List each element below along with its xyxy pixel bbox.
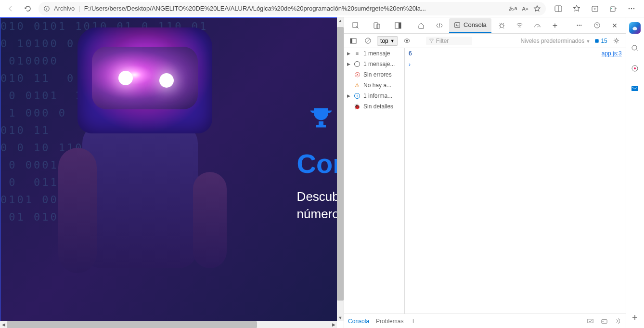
horizontal-scroll-thumb[interactable] <box>7 321 257 328</box>
console-source-link[interactable]: app.js:3 <box>602 50 622 57</box>
split-screen-icon[interactable] <box>552 2 565 15</box>
sidebar-no-warnings[interactable]: ⚠ No hay a... <box>344 80 404 91</box>
svg-point-28 <box>603 321 604 322</box>
scroll-down-arrow[interactable]: ▼ <box>337 315 344 321</box>
sidebar-info[interactable]: ▶ i 1 informa... <box>344 91 404 101</box>
console-log-value: 6 <box>409 50 412 57</box>
tab-elements[interactable] <box>431 18 448 33</box>
devtools-drawer-tabs: Consola Problemas <box>344 314 626 328</box>
inspect-icon[interactable] <box>347 18 364 33</box>
svg-point-4 <box>611 8 612 9</box>
drawer-add-icon[interactable] <box>410 318 416 324</box>
collections-icon[interactable] <box>588 2 602 15</box>
device-icon[interactable] <box>368 18 386 33</box>
svg-rect-33 <box>631 86 638 91</box>
translate-icon[interactable]: あa <box>509 5 517 12</box>
scroll-up-arrow[interactable]: ▲ <box>337 17 344 24</box>
svg-point-23 <box>406 40 408 42</box>
url-scheme: Archivo <box>54 5 75 12</box>
close-devtools-icon[interactable] <box>606 18 623 33</box>
browser-toolbar: Archivo | F:/Users/berse/Desktop/ANGELIT… <box>0 0 644 17</box>
refresh-button[interactable] <box>21 2 35 15</box>
tab-console[interactable]: Consola <box>449 18 491 33</box>
svg-point-15 <box>577 25 578 26</box>
filter-placeholder: Filter <box>436 38 449 44</box>
page-text-block: Cor Descub número <box>297 105 343 223</box>
sidebar-no-details[interactable]: 🐞 Sin detalles <box>344 101 404 112</box>
tab-add-icon[interactable] <box>547 18 563 33</box>
sidebar-user-messages[interactable]: ▶ 1 mensaje... <box>344 59 404 69</box>
address-bar[interactable]: Archivo | F:/Users/berse/Desktop/ANGELIT… <box>39 2 546 15</box>
more-icon[interactable] <box>625 2 638 15</box>
horizontal-scrollbar[interactable]: ◀ ▶ <box>0 321 337 328</box>
favorites-icon[interactable] <box>570 2 583 15</box>
svg-rect-3 <box>610 7 615 12</box>
edge-sidebar <box>626 17 644 328</box>
help-icon[interactable] <box>589 18 605 33</box>
sidebar-no-errors[interactable]: ⓧ Sin errores <box>344 69 404 80</box>
svg-rect-12 <box>399 23 401 28</box>
issues-badge[interactable]: 15 <box>594 38 607 44</box>
more-tools-icon[interactable] <box>571 18 588 33</box>
svg-rect-10 <box>377 24 380 28</box>
console-sidebar: ▶ ≡ 1 mensaje ▶ 1 mensaje... ⓧ Sin error… <box>344 48 405 314</box>
scroll-right-arrow[interactable]: ▶ <box>330 321 337 328</box>
tools-side-icon[interactable] <box>629 63 641 74</box>
copilot-icon[interactable] <box>629 22 641 34</box>
svg-point-30 <box>632 45 637 50</box>
outlook-side-icon[interactable] <box>629 83 641 94</box>
vertical-scroll-thumb[interactable] <box>337 27 344 301</box>
svg-point-7 <box>633 8 634 9</box>
svg-rect-20 <box>350 39 352 43</box>
tab-network-icon[interactable] <box>511 18 528 33</box>
svg-point-6 <box>631 8 632 9</box>
search-side-icon[interactable] <box>629 42 641 54</box>
back-button[interactable] <box>4 2 17 15</box>
page-viewport: 010 0101 1010 01 0 110 01 0 10100 0 100 … <box>0 17 344 328</box>
scroll-left-arrow[interactable]: ◀ <box>0 321 7 328</box>
tab-performance-icon[interactable] <box>529 18 546 33</box>
favorite-icon[interactable] <box>533 5 541 13</box>
console-log-row: 6 app.js:3 <box>405 48 626 59</box>
tab-welcome[interactable] <box>412 18 430 33</box>
clear-console-icon[interactable] <box>362 36 373 46</box>
drawer-tab-problems[interactable]: Problemas <box>376 318 403 325</box>
svg-rect-24 <box>595 39 599 43</box>
log-levels-selector[interactable]: Niveles predeterminados ▼ <box>520 38 590 44</box>
extensions-icon[interactable] <box>606 2 620 15</box>
svg-point-17 <box>580 25 581 26</box>
svg-point-5 <box>629 8 630 9</box>
url-text: F:/Users/berse/Desktop/ANGELITO%20DE%20L… <box>84 5 505 12</box>
add-side-icon[interactable] <box>629 312 641 323</box>
svg-point-25 <box>615 39 618 42</box>
drawer-tab-console[interactable]: Consola <box>348 318 369 325</box>
svg-rect-13 <box>455 22 460 27</box>
reader-icon[interactable]: A» <box>522 6 528 12</box>
svg-rect-27 <box>602 320 607 324</box>
page-subtitle-1: Descub <box>297 188 343 205</box>
tab-bug-icon[interactable] <box>493 18 510 33</box>
sidebar-messages[interactable]: ▶ ≡ 1 mensaje <box>344 48 404 59</box>
drawer-icon-1[interactable] <box>587 317 594 325</box>
console-prompt[interactable]: › <box>405 59 626 70</box>
filter-input[interactable]: Filter <box>426 37 472 45</box>
context-selector[interactable]: top ▼ <box>377 36 398 46</box>
page-title: Cor <box>297 148 343 179</box>
info-icon <box>43 5 50 12</box>
page-subtitle-2: número <box>297 205 343 223</box>
toggle-sidebar-icon[interactable] <box>348 36 359 46</box>
console-output[interactable]: 6 app.js:3 › <box>405 48 626 314</box>
live-expression-icon[interactable] <box>402 36 412 46</box>
drawer-icon-2[interactable] <box>601 317 608 325</box>
console-settings-icon[interactable] <box>611 36 622 46</box>
svg-rect-9 <box>374 23 378 28</box>
context-label: top <box>380 38 388 44</box>
console-toolbar: top ▼ Filter Niveles predeterminados ▼ 1… <box>344 34 626 48</box>
svg-rect-26 <box>588 319 593 323</box>
svg-point-29 <box>617 320 619 322</box>
svg-point-14 <box>500 24 504 28</box>
dock-icon[interactable] <box>389 18 407 33</box>
drawer-settings-icon[interactable] <box>615 317 622 325</box>
vertical-scrollbar[interactable]: ▲ ▼ <box>337 17 344 321</box>
devtools-tabbar: Consola <box>344 17 626 34</box>
